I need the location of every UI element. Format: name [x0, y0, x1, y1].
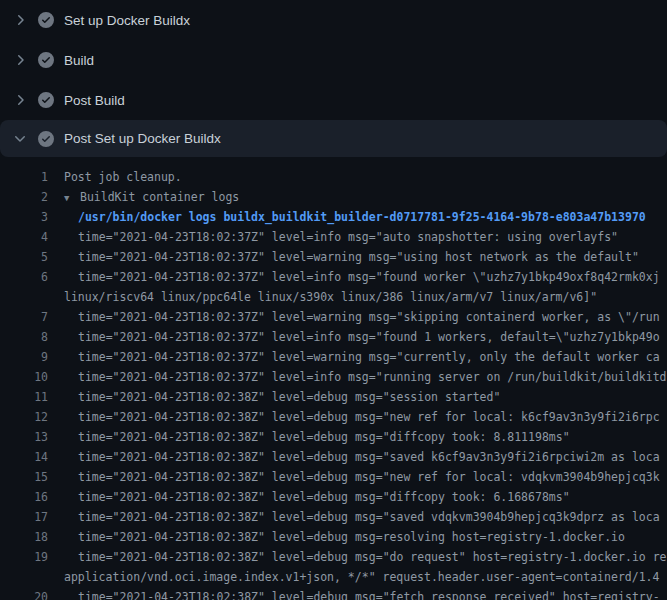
log-row: 18 time="2021-04-23T18:02:38Z" level=deb…	[0, 527, 667, 547]
log-line-text: time="2021-04-23T18:02:38Z" level=debug …	[64, 487, 570, 507]
log-row: 5 time="2021-04-23T18:02:37Z" level=warn…	[0, 247, 667, 267]
check-circle-icon	[38, 52, 54, 68]
log-line-number[interactable]: 3	[0, 207, 48, 227]
chevron-down-icon	[12, 131, 28, 147]
log-line-number[interactable]: 5	[0, 247, 48, 267]
step-header-2[interactable]: Post Build	[0, 80, 667, 120]
log-line-number[interactable]: 12	[0, 407, 48, 427]
log-line-text: /usr/bin/docker logs buildx_buildkit_bui…	[64, 207, 646, 227]
log-line-number[interactable]: 10	[0, 367, 48, 387]
log-row-continuation: linux/riscv64 linux/ppc64le linux/s390x …	[0, 287, 667, 307]
step-label: Post Set up Docker Buildx	[64, 131, 221, 146]
step-header-1[interactable]: Build	[0, 40, 667, 80]
log-row: 6 time="2021-04-23T18:02:37Z" level=info…	[0, 267, 667, 287]
log-line-number[interactable]: 11	[0, 387, 48, 407]
check-circle-icon	[38, 92, 54, 108]
log-line-number[interactable]: 8	[0, 327, 48, 347]
log-row: 10 time="2021-04-23T18:02:37Z" level=inf…	[0, 367, 667, 387]
log-row: 8 time="2021-04-23T18:02:37Z" level=info…	[0, 327, 667, 347]
chevron-right-icon	[12, 92, 28, 108]
log-line-text: time="2021-04-23T18:02:38Z" level=debug …	[64, 547, 667, 567]
log-row: 11 time="2021-04-23T18:02:38Z" level=deb…	[0, 387, 667, 407]
log-line-text: time="2021-04-23T18:02:37Z" level=info m…	[64, 227, 618, 247]
actions-log-viewer: Set up Docker Buildx Build Post Build Po…	[0, 0, 667, 600]
chevron-right-icon	[12, 12, 28, 28]
log-row: 1 Post job cleanup.	[0, 167, 667, 187]
step-label: Post Build	[64, 93, 125, 108]
log-group-label: BuildKit container logs	[80, 190, 239, 204]
log-line-text: time="2021-04-23T18:02:37Z" level=warnin…	[64, 307, 660, 327]
log-line-number[interactable]: 6	[0, 267, 48, 287]
log-line-number[interactable]: 9	[0, 347, 48, 367]
log-line-number[interactable]: 20	[0, 587, 48, 600]
log-group-toggle[interactable]: 2 ▼BuildKit container logs	[0, 187, 667, 207]
log-area: 1 Post job cleanup. 2 ▼BuildKit containe…	[0, 157, 667, 600]
log-line-text: time="2021-04-23T18:02:38Z" level=debug …	[64, 427, 570, 447]
step-label: Set up Docker Buildx	[64, 13, 190, 28]
log-row: 7 time="2021-04-23T18:02:37Z" level=warn…	[0, 307, 667, 327]
step-header-3[interactable]: Post Set up Docker Buildx	[0, 120, 667, 157]
log-row: 16 time="2021-04-23T18:02:38Z" level=deb…	[0, 487, 667, 507]
log-row: 13 time="2021-04-23T18:02:38Z" level=deb…	[0, 427, 667, 447]
log-row: 4 time="2021-04-23T18:02:37Z" level=info…	[0, 227, 667, 247]
log-line-text: Post job cleanup.	[64, 167, 182, 187]
step-header-0[interactable]: Set up Docker Buildx	[0, 0, 667, 40]
log-line-number[interactable]: 13	[0, 427, 48, 447]
log-line-text: time="2021-04-23T18:02:37Z" level=warnin…	[64, 247, 639, 267]
log-line-text: time="2021-04-23T18:02:37Z" level=info m…	[64, 267, 660, 287]
log-line-text: time="2021-04-23T18:02:38Z" level=debug …	[64, 467, 660, 487]
log-line-text: time="2021-04-23T18:02:37Z" level=info m…	[64, 327, 660, 347]
log-line-number[interactable]: 2	[0, 187, 48, 207]
log-row: 15 time="2021-04-23T18:02:38Z" level=deb…	[0, 467, 667, 487]
log-row: 12 time="2021-04-23T18:02:38Z" level=deb…	[0, 407, 667, 427]
log-line-number[interactable]: 7	[0, 307, 48, 327]
log-line-number[interactable]: 15	[0, 467, 48, 487]
log-line-number[interactable]: 17	[0, 507, 48, 527]
log-row-continuation: application/vnd.oci.image.index.v1+json,…	[0, 567, 667, 587]
log-line-number[interactable]: 18	[0, 527, 48, 547]
log-line-number[interactable]: 14	[0, 447, 48, 467]
triangle-down-icon: ▼	[64, 188, 80, 208]
log-row: 3 /usr/bin/docker logs buildx_buildkit_b…	[0, 207, 667, 227]
log-line-text: time="2021-04-23T18:02:38Z" level=debug …	[64, 587, 660, 600]
log-line-text: time="2021-04-23T18:02:38Z" level=debug …	[64, 527, 625, 547]
log-line-text: application/vnd.oci.image.index.v1+json,…	[64, 567, 659, 587]
log-line-text: time="2021-04-23T18:02:38Z" level=debug …	[64, 387, 500, 407]
log-line-number	[0, 567, 48, 587]
log-line-number[interactable]: 4	[0, 227, 48, 247]
log-line-text: time="2021-04-23T18:02:37Z" level=info m…	[64, 367, 667, 387]
log-line-text: time="2021-04-23T18:02:38Z" level=debug …	[64, 447, 660, 467]
log-row: 17 time="2021-04-23T18:02:38Z" level=deb…	[0, 507, 667, 527]
log-row: 9 time="2021-04-23T18:02:37Z" level=warn…	[0, 347, 667, 367]
log-row: 14 time="2021-04-23T18:02:38Z" level=deb…	[0, 447, 667, 467]
log-line-text: linux/riscv64 linux/ppc64le linux/s390x …	[64, 287, 597, 307]
chevron-right-icon	[12, 52, 28, 68]
step-label: Build	[64, 53, 94, 68]
log-line-text: time="2021-04-23T18:02:37Z" level=warnin…	[64, 347, 660, 367]
log-line-text: ▼BuildKit container logs	[64, 187, 239, 207]
log-line-number[interactable]: 19	[0, 547, 48, 567]
log-row: 19 time="2021-04-23T18:02:38Z" level=deb…	[0, 547, 667, 567]
log-row: 20 time="2021-04-23T18:02:38Z" level=deb…	[0, 587, 667, 600]
check-circle-icon	[38, 12, 54, 28]
log-line-text: time="2021-04-23T18:02:38Z" level=debug …	[64, 407, 660, 427]
check-circle-icon	[38, 131, 54, 147]
log-line-number[interactable]: 16	[0, 487, 48, 507]
log-line-number	[0, 287, 48, 307]
step-list: Set up Docker Buildx Build Post Build Po…	[0, 0, 667, 157]
log-line-number[interactable]: 1	[0, 167, 48, 187]
log-line-text: time="2021-04-23T18:02:38Z" level=debug …	[64, 507, 660, 527]
